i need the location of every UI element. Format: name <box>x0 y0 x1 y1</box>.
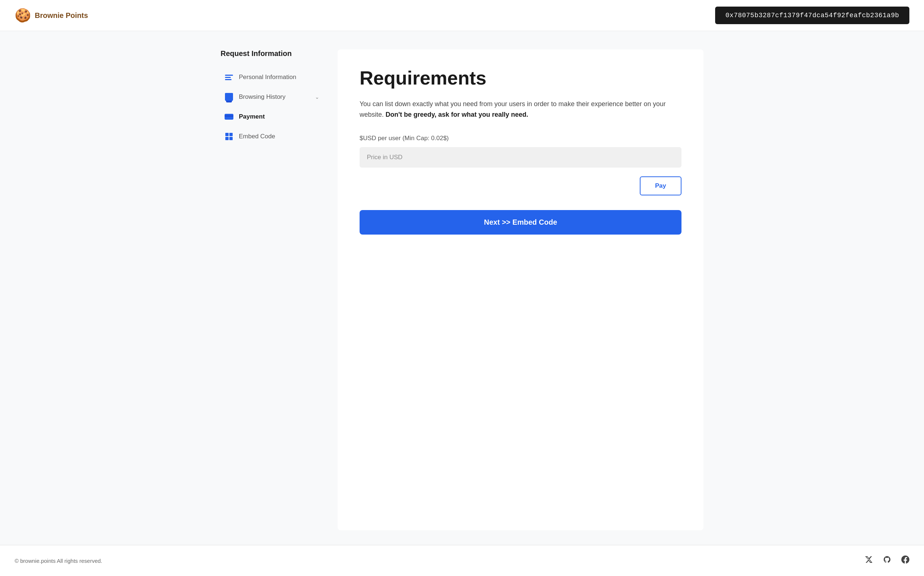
page-title: Requirements <box>359 68 681 88</box>
description-bold: Don't be greedy, ask for what you really… <box>386 111 528 118</box>
footer: © brownie.points All rights reserved. <box>0 545 924 576</box>
sidebar-item-payment[interactable]: Payment <box>220 107 323 126</box>
logo-cookie-icon: 🍪 <box>14 9 31 22</box>
sidebar-label-payment: Payment <box>239 113 265 120</box>
pay-button[interactable]: Pay <box>640 176 681 195</box>
description-text: You can list down exactly what you need … <box>359 99 681 120</box>
browsing-history-chevron-icon: ⌄ <box>315 94 319 100</box>
github-icon[interactable] <box>883 555 891 566</box>
next-embed-code-button[interactable]: Next >> Embed Code <box>359 210 681 235</box>
personal-information-icon <box>224 72 234 82</box>
sidebar-title: Request Information <box>220 50 323 58</box>
sidebar: Request Information Personal Information <box>220 50 323 530</box>
facebook-icon[interactable] <box>901 555 910 566</box>
wallet-address-badge: 0x78075b3287cf1379f47dca54f92feafcb2361a… <box>715 6 910 24</box>
sidebar-label-embed-code: Embed Code <box>239 133 275 140</box>
logo-area: 🍪 Brownie Points <box>14 9 88 22</box>
footer-social-icons <box>865 555 910 566</box>
sidebar-label-browsing-history: Browsing History <box>239 93 286 101</box>
header: 🍪 Brownie Points 0x78075b3287cf1379f47dc… <box>0 0 924 31</box>
payment-icon <box>224 112 234 122</box>
price-input[interactable] <box>359 147 681 168</box>
sidebar-item-embed-code[interactable]: Embed Code <box>220 127 323 146</box>
main-content: Requirements You can list down exactly w… <box>338 50 704 530</box>
main-layout: Request Information Personal Information <box>206 31 718 545</box>
logo-text: Brownie Points <box>35 11 88 20</box>
footer-copyright: © brownie.points All rights reserved. <box>14 558 102 564</box>
sidebar-label-personal-information: Personal Information <box>239 74 296 81</box>
embed-code-icon <box>224 132 234 141</box>
price-label: $USD per user (Min Cap: 0.02$) <box>359 135 681 142</box>
twitter-icon[interactable] <box>865 555 873 566</box>
sidebar-nav: Personal Information Browsing History ⌄ … <box>220 68 323 146</box>
sidebar-item-browsing-history[interactable]: Browsing History ⌄ <box>220 88 323 106</box>
sidebar-item-personal-information[interactable]: Personal Information <box>220 68 323 86</box>
browsing-history-icon <box>224 92 234 102</box>
pay-row: Pay <box>359 176 681 195</box>
